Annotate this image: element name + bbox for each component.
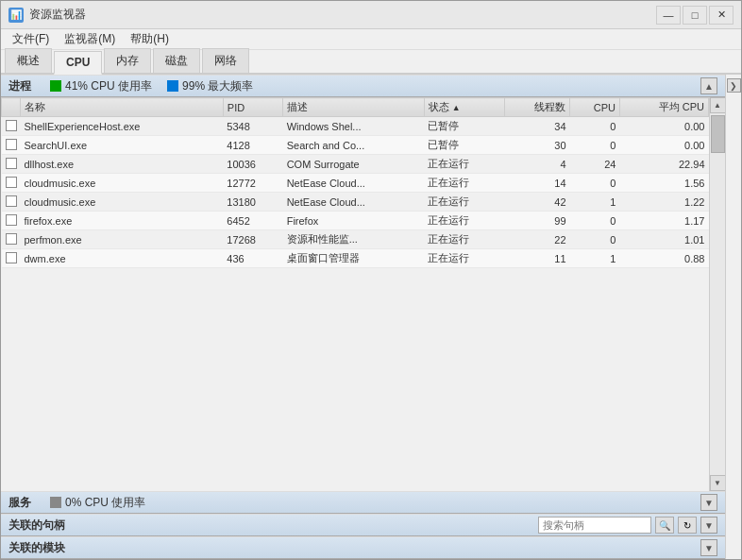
table-row[interactable]: perfmon.exe 17268 资源和性能监... 正在运行 22 0 1.… (2, 230, 709, 249)
row-desc: 桌面窗口管理器 (283, 249, 425, 268)
row-checkbox[interactable] (6, 158, 17, 169)
handles-search-input[interactable] (538, 517, 651, 534)
process-table-inner: 名称 PID 描述 状态 ▲ 线程数 CPU 平均 CPU (1, 97, 709, 491)
row-avgcpu: 0.00 (619, 117, 708, 136)
row-pid: 5348 (223, 117, 282, 136)
col-pid[interactable]: PID (223, 98, 282, 117)
row-name: perfmon.exe (21, 230, 224, 249)
col-threads[interactable]: 线程数 (505, 98, 570, 117)
handles-search-area: 🔍 ↻ (538, 517, 697, 534)
row-name: dwm.exe (21, 249, 224, 268)
table-row[interactable]: ShellExperienceHost.exe 5348 Windows She… (2, 117, 709, 136)
col-check (2, 98, 21, 117)
row-checkbox-cell (2, 230, 21, 249)
max-freq-indicator (167, 80, 178, 92)
service-section-header[interactable]: 服务 0% CPU 使用率 ▼ (1, 491, 725, 514)
process-scrollbar[interactable]: ▲ ▼ (709, 97, 725, 491)
row-name: cloudmusic.exe (21, 174, 224, 193)
process-collapse-button[interactable]: ▲ (700, 77, 717, 94)
scroll-track[interactable] (710, 113, 726, 475)
title-bar: 📊 资源监视器 — □ ✕ (1, 1, 741, 29)
menu-help[interactable]: 帮助(H) (123, 29, 177, 49)
table-row[interactable]: SearchUI.exe 4128 Search and Co... 已暂停 3… (2, 136, 709, 155)
menu-monitor[interactable]: 监视器(M) (57, 29, 123, 49)
row-pid: 6452 (223, 212, 282, 230)
row-checkbox[interactable] (6, 214, 17, 226)
row-pid: 4128 (223, 136, 282, 155)
title-buttons: — □ ✕ (656, 6, 734, 25)
row-status: 正在运行 (424, 230, 504, 249)
handles-search-button[interactable]: 🔍 (655, 517, 674, 534)
tab-cpu[interactable]: CPU (54, 51, 102, 75)
row-pid: 10036 (223, 155, 282, 174)
row-status: 正在运行 (424, 193, 504, 212)
tab-overview[interactable]: 概述 (5, 48, 52, 73)
process-table: 名称 PID 描述 状态 ▲ 线程数 CPU 平均 CPU (1, 97, 709, 268)
row-cpu: 1 (570, 249, 620, 268)
row-desc: COM Surrogate (283, 155, 425, 174)
menu-file[interactable]: 文件(F) (5, 29, 57, 49)
row-cpu: 0 (570, 136, 620, 155)
service-title: 服务 (8, 495, 31, 511)
close-button[interactable]: ✕ (709, 6, 734, 25)
app-icon: 📊 (8, 8, 24, 23)
row-checkbox[interactable] (6, 177, 17, 188)
row-name: firefox.exe (21, 212, 224, 230)
cpu-usage-indicator (50, 80, 61, 92)
row-checkbox[interactable] (6, 252, 17, 263)
service-collapse-button[interactable]: ▼ (700, 494, 717, 511)
handles-collapse-button[interactable]: ▼ (700, 517, 717, 534)
row-pid: 13180 (223, 193, 282, 212)
row-checkbox-cell (2, 249, 21, 268)
service-cpu-text: 0% CPU 使用率 (65, 495, 145, 511)
col-cpu[interactable]: CPU (570, 98, 620, 117)
table-row[interactable]: dllhost.exe 10036 COM Surrogate 正在运行 4 2… (2, 155, 709, 174)
row-threads: 34 (505, 117, 570, 136)
tab-disk[interactable]: 磁盘 (153, 48, 200, 73)
row-status: 已暂停 (424, 136, 504, 155)
row-checkbox[interactable] (6, 139, 17, 150)
row-desc: Firefox (283, 212, 425, 230)
row-cpu: 1 (570, 193, 620, 212)
tab-memory[interactable]: 内存 (104, 48, 151, 73)
col-desc[interactable]: 描述 (283, 98, 425, 117)
tab-network[interactable]: 网络 (202, 48, 249, 73)
table-row[interactable]: dwm.exe 436 桌面窗口管理器 正在运行 11 1 0.88 (2, 249, 709, 268)
row-checkbox-cell (2, 136, 21, 155)
handles-section-header[interactable]: 关联的句柄 🔍 ↻ ▼ (1, 514, 725, 536)
scroll-thumb[interactable] (711, 115, 725, 153)
right-collapse-button[interactable]: ❯ (727, 78, 741, 93)
table-row[interactable]: cloudmusic.exe 13180 NetEase Cloud... 正在… (2, 193, 709, 212)
row-checkbox[interactable] (6, 233, 17, 245)
row-cpu: 0 (570, 212, 620, 230)
content-area: 进程 41% CPU 使用率 99% 最大频率 ▲ (1, 75, 741, 559)
row-avgcpu: 22.94 (619, 155, 708, 174)
row-pid: 436 (223, 249, 282, 268)
row-threads: 14 (505, 174, 570, 193)
minimize-button[interactable]: — (656, 6, 681, 25)
row-desc: Windows Shel... (283, 117, 425, 136)
row-checkbox-cell (2, 155, 21, 174)
row-desc: NetEase Cloud... (283, 174, 425, 193)
col-avgcpu[interactable]: 平均 CPU (619, 98, 708, 117)
row-checkbox[interactable] (6, 195, 17, 207)
col-status[interactable]: 状态 ▲ (424, 98, 504, 117)
row-checkbox[interactable] (6, 120, 17, 131)
row-threads: 99 (505, 212, 570, 230)
maximize-button[interactable]: □ (683, 6, 707, 25)
handles-refresh-button[interactable]: ↻ (678, 517, 697, 534)
service-stats: 0% CPU 使用率 (31, 495, 700, 511)
row-avgcpu: 1.22 (619, 193, 708, 212)
col-name[interactable]: 名称 (21, 98, 224, 117)
modules-section-header[interactable]: 关联的模块 ▼ (1, 536, 725, 559)
scroll-up-button[interactable]: ▲ (710, 97, 726, 113)
menu-bar: 文件(F) 监视器(M) 帮助(H) (1, 29, 741, 50)
row-checkbox-cell (2, 117, 21, 136)
row-desc: NetEase Cloud... (283, 193, 425, 212)
modules-collapse-button[interactable]: ▼ (700, 539, 717, 556)
scroll-down-button[interactable]: ▼ (710, 475, 726, 491)
table-row[interactable]: firefox.exe 6452 Firefox 正在运行 99 0 1.17 (2, 212, 709, 230)
row-status: 正在运行 (424, 212, 504, 230)
table-row[interactable]: cloudmusic.exe 12772 NetEase Cloud... 正在… (2, 174, 709, 193)
handles-title: 关联的句柄 (8, 518, 65, 534)
